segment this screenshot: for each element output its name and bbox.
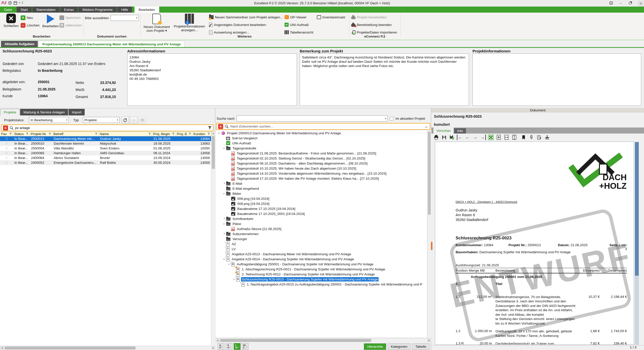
tree-item[interactable]: Tagesprotokoll 17.10.2025: Wir haben die…	[216, 176, 427, 181]
column-header-proj-begin[interactable]: Proj.-Begin	[152, 132, 176, 136]
menu-tab-bearbeiten-active[interactable]: Bearbeiten	[134, 7, 159, 13]
table-row[interactable]: ☆ In Bear...2400065 Hamburger HafenAMS G…	[0, 151, 211, 155]
menu-tab-stammdaten[interactable]: Stammdaten	[32, 7, 60, 13]
status-filter-select[interactable]: In Bearbeitung▾	[29, 117, 69, 123]
clear-search-icon[interactable]: ×	[218, 124, 223, 129]
first-page-button[interactable]: ←	[457, 135, 462, 140]
column-header-kunden[interactable]: Kunden	[192, 132, 211, 136]
address-box[interactable]: 13064 Gudrun Jasky Am Rasen 6 35260 Stad…	[127, 53, 297, 106]
tree-item[interactable]: 2. Teilrechnung R25-0022 - Dachsanierung…	[216, 272, 427, 277]
chevron-down-icon[interactable]	[222, 222, 226, 226]
projects-vertical-scrollbar[interactable]: ▲	[211, 132, 215, 346]
tree-item[interactable]: Tagesprotokolle	[216, 146, 427, 151]
fit-page-button[interactable]	[488, 135, 494, 140]
column-header-status[interactable]: Status	[13, 132, 30, 136]
bookmark-button[interactable]	[521, 135, 526, 140]
tab-projektverwaltung[interactable]: Projektverwaltung 2500013 Dachsanierung …	[39, 41, 184, 47]
tree-item[interactable]: Angebot A25-0013 - Dachsanierung Meier m…	[216, 251, 427, 257]
clear-search-icon[interactable]: ×	[3, 125, 8, 131]
tree-item[interactable]: E-Mail	[216, 181, 427, 186]
view-tabelle-button[interactable]: Tabelle	[412, 343, 429, 350]
column-header-betreff[interactable]: Betreff	[52, 132, 99, 136]
save-button[interactable]: Speichern	[59, 15, 81, 21]
tree-item[interactable]: Tagesprotokoll 10.10.2025: Wir haben heu…	[216, 166, 427, 171]
document-search-combobox[interactable]: ▾	[111, 15, 139, 21]
sort-za-button[interactable]: ZA	[226, 343, 232, 350]
tree-item[interactable]: Auftragsbestätigung 250001 - Dachsanieru…	[216, 262, 427, 267]
table-row[interactable]: ☆ In Bear...2500010 Dachfenster klemmtMa…	[0, 141, 211, 146]
projects-horizontal-scrollbar[interactable]: ◄ ►	[0, 346, 215, 350]
op-viewer-button[interactable]: OP-Viewer	[285, 14, 307, 20]
scroll-right-arrow[interactable]: ►	[211, 346, 215, 350]
menu-tab-extras[interactable]: Extras	[60, 7, 78, 13]
tree-item[interactable]: UNI-Aufmaß	[216, 141, 427, 146]
column-header-fav[interactable]: Fav	[0, 132, 13, 136]
star-icon[interactable]: ☆	[5, 151, 8, 155]
tab-wartung-service[interactable]: Wartung & Service Anlagen	[20, 109, 68, 115]
tree-item[interactable]: Bauabnahme 17.10.2025 [19.04.2024]	[216, 206, 427, 211]
tree-item[interactable]: E-Mail eingehend	[216, 186, 427, 191]
new-collection-folder-button[interactable]: Neuen Sammelordner zum Projekt anlegen..…	[209, 14, 283, 20]
dock-window-icon[interactable]	[608, 1, 614, 5]
tree-item[interactable]: 006.png [19.04.2024]	[216, 196, 427, 201]
tree-item[interactable]: LV	[216, 246, 427, 251]
doc-search-combobox[interactable]: ▾	[236, 115, 388, 121]
sort-date-asc-button[interactable]: 131	[234, 343, 241, 350]
end-provision-button[interactable]: Bereitstellung beenden	[351, 22, 392, 28]
chevron-down-icon[interactable]	[217, 131, 221, 135]
tree-item[interactable]: Aufmaßs-Skizze [21.08.2025]	[216, 226, 427, 231]
sort-date-desc-button[interactable]: 311	[242, 343, 249, 350]
close-button[interactable]: Schließen	[4, 14, 19, 28]
star-icon[interactable]: ☆	[5, 161, 8, 165]
tree-item[interactable]: Tagesprotokoll 02.10.2025: Stellung Gerü…	[216, 156, 427, 161]
scroll-right-arrow[interactable]: ►	[427, 338, 431, 342]
tree-item[interactable]: AZ	[216, 241, 427, 246]
tab-projekte[interactable]: Projekte	[1, 109, 20, 115]
menu-tab-weitere-programme[interactable]: Weitere Programme	[78, 7, 117, 13]
menu-tab-datei[interactable]: Datei	[0, 7, 16, 13]
tab-import[interactable]: Import	[69, 109, 85, 115]
tree-item[interactable]: Versorger	[216, 236, 427, 241]
cancel-button[interactable]: Abbrechen	[59, 22, 82, 28]
current-project-checkbox[interactable]	[390, 117, 393, 120]
tree-item[interactable]: Tagesprotokoll 08.10.2025: Dachabriss - …	[216, 161, 427, 166]
preview-vertical-scrollbar[interactable]	[635, 142, 639, 345]
document-search-input[interactable]	[230, 124, 422, 128]
tab-info[interactable]: Info	[454, 128, 466, 134]
tree-vertical-scrollbar[interactable]	[427, 131, 431, 338]
tree-item[interactable]: Angebot A25-0014 - Dachsanierung Scjiefe…	[216, 257, 427, 262]
scroll-left-arrow[interactable]: ◄	[216, 338, 220, 342]
chevron-right-icon[interactable]	[222, 217, 226, 220]
tab-aktuelle-aufgaben[interactable]: Aktuelle Aufgaben	[1, 41, 38, 47]
new-document-to-project-button[interactable]: Neues Dokument zum Projekt ▾	[144, 14, 170, 33]
export-button[interactable]	[449, 135, 455, 140]
star-icon[interactable]: ☆	[5, 137, 8, 141]
table-row[interactable]: ☆ In Bear...2500004 Villa WandlitzSven E…	[0, 146, 211, 151]
chevron-right-icon[interactable]	[222, 232, 226, 236]
scroll-up-arrow[interactable]: ▲	[211, 132, 215, 136]
attachment-button[interactable]	[529, 135, 534, 140]
close-tab-button[interactable]: ×	[638, 1, 643, 6]
chevron-down-icon[interactable]	[222, 146, 226, 150]
project-info-box[interactable]	[472, 53, 641, 106]
scroll-left-arrow[interactable]: ◄	[0, 346, 4, 350]
show-favorites-button[interactable]	[139, 117, 146, 124]
stamp-button[interactable]	[544, 135, 550, 140]
project-remark-box[interactable]: Satteldach circa 43°. Dachneigung Ausric…	[300, 53, 469, 106]
column-header-projekt-nr[interactable]: Projekt-Nr	[30, 132, 52, 136]
chevron-right-icon[interactable]	[222, 182, 226, 185]
edit-button[interactable]: Bearbeiten	[42, 14, 59, 28]
table-row[interactable]: ☆ In Bear...2400064 Abriss SozialamtBrun…	[0, 155, 211, 160]
restore-button[interactable]	[627, 1, 633, 5]
next-page-button[interactable]: →	[472, 135, 478, 140]
star-icon[interactable]: ☆	[5, 146, 8, 150]
minimize-button[interactable]: –	[618, 1, 623, 5]
menu-tab-hilfe[interactable]: Hilfe	[117, 7, 132, 13]
tree-item[interactable]: Soll-Ist-Vergleich	[216, 136, 427, 141]
filter-funnel-icon[interactable]	[208, 126, 212, 130]
notes-button[interactable]	[536, 135, 542, 140]
last-page-button[interactable]: →	[480, 135, 486, 140]
project-search-input[interactable]	[15, 126, 207, 130]
tree-item[interactable]: Schriftverkehr	[216, 216, 427, 221]
inventory-usage-button[interactable]: Inventareinsatz	[317, 14, 346, 20]
